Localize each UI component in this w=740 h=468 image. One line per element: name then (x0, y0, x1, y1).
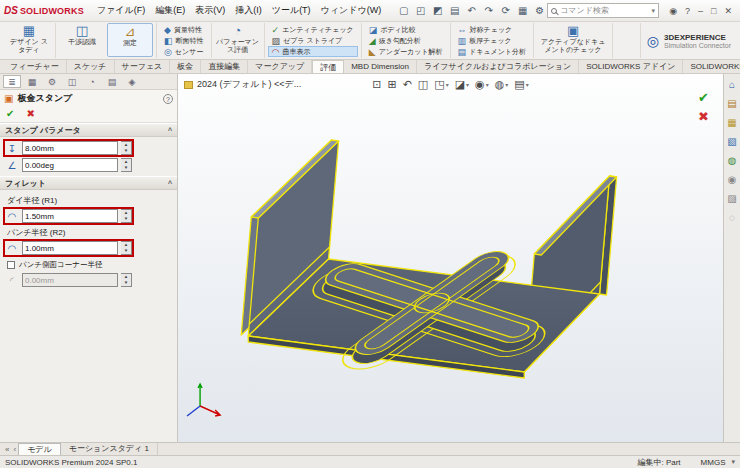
punch-radius-input[interactable] (22, 241, 118, 255)
menu-item[interactable]: 表示(V) (190, 1, 230, 20)
tab-evaluate[interactable]: 評価 (312, 60, 344, 73)
angle-input[interactable] (22, 158, 118, 172)
depth-input[interactable] (22, 141, 118, 155)
symmetry-check[interactable]: ⇔対称チェック (454, 24, 531, 35)
performance-evaluation[interactable]: ◔パフォーマンス評価 (215, 23, 261, 55)
hide-show-icon[interactable]: ◉▾ (475, 78, 489, 91)
undo-icon[interactable]: ↶ (464, 3, 479, 19)
sensor[interactable]: ◎センサー (160, 46, 208, 57)
punch-side-corner-checkbox[interactable] (7, 261, 15, 269)
menu-item[interactable]: ファイル(F) (92, 1, 150, 20)
design-library-icon[interactable]: ▦ (727, 117, 736, 128)
motion-study-tab[interactable]: モーションスタディ 1 (61, 443, 158, 455)
active-document-check[interactable]: ▣アクティブなドキュメントのチェック (537, 23, 609, 55)
help-icon[interactable]: ? (163, 94, 173, 104)
design-study[interactable]: ▦デザイン スタディ (6, 23, 52, 55)
custom-properties-icon[interactable]: ▨ (727, 193, 736, 204)
section-properties[interactable]: ◧断面特性 (160, 35, 208, 46)
sign-in-icon[interactable]: ◉ (665, 3, 681, 19)
undercut-analysis[interactable]: ◣アンダーカット解析 (365, 46, 447, 57)
appearances-icon[interactable]: ◉ (728, 174, 737, 185)
view-settings-icon[interactable]: ▤▾ (514, 78, 528, 91)
pm-tab-more[interactable]: ◈ (123, 75, 141, 88)
pm-tab-features[interactable]: ≣ (3, 75, 21, 88)
options-icon[interactable]: ⚙ (532, 3, 547, 19)
stamp-parameters-header[interactable]: スタンプ パラメータ ^ (0, 123, 177, 137)
check-entity[interactable]: ✓エンティティチェック (268, 24, 358, 35)
curvature-display[interactable]: ◠曲率表示 (268, 46, 358, 57)
tab-sketch[interactable]: スケッチ (67, 60, 115, 73)
measure[interactable]: ⊿測定 (107, 23, 153, 57)
model-tab[interactable]: モデル (18, 443, 61, 455)
zoom-fit-icon[interactable]: ⊡ (372, 78, 381, 91)
tab-scroll-arrow[interactable]: « (3, 445, 11, 454)
new-document-icon[interactable]: ▢ (396, 3, 411, 19)
help-icon[interactable]: ? (681, 3, 694, 19)
print-icon[interactable]: ▤ (447, 3, 462, 19)
view-orientation-icon[interactable]: ◳▾ (434, 78, 448, 91)
accept-button[interactable]: ✔ (698, 90, 709, 105)
draft-analysis[interactable]: ◢抜き勾配分析 (365, 35, 447, 46)
chevron-down-icon[interactable]: ▾ (731, 458, 735, 466)
compare-bodies[interactable]: ◪ボディ比較 (365, 24, 447, 35)
tab-sheet-metal[interactable]: 板金 (170, 60, 201, 73)
pm-tab-cam[interactable]: ▤ (103, 75, 121, 88)
zoom-area-icon[interactable]: ⊞ (387, 78, 396, 91)
menu-item[interactable]: ウィンドウ(W) (316, 1, 387, 20)
pm-tab-properties[interactable]: ▦ (23, 75, 41, 88)
punch-radius-spinner[interactable]: ▲▼ (121, 241, 132, 255)
command-search[interactable]: コマンド検索 ▾ (547, 3, 659, 18)
menu-item[interactable]: ツール(T) (267, 1, 316, 20)
view-palette-icon[interactable]: ◍ (728, 155, 737, 166)
depth-spinner[interactable]: ▲▼ (121, 141, 132, 155)
tab-features[interactable]: フィーチャー (3, 60, 67, 73)
save-icon[interactable]: ◩ (430, 3, 445, 19)
reject-button[interactable]: ✖ (698, 109, 709, 124)
file-properties-icon[interactable]: ▦ (515, 3, 530, 19)
tab-markup[interactable]: マークアップ (248, 60, 312, 73)
tab-lifecycle-collaboration[interactable]: ライフサイクルおよびコラボレーション (417, 60, 579, 73)
display-style-icon[interactable]: ◪▾ (455, 78, 469, 91)
redo-icon[interactable]: ↷ (481, 3, 496, 19)
graphics-viewport[interactable]: 2024 (デフォルト) <<デ... ⊡ ⊞ ↶ ◫ ◳▾ ◪▾ ◉▾ ◍▾ … (178, 74, 723, 442)
viewport-canvas[interactable] (178, 74, 723, 442)
zebra-stripes[interactable]: ▨ゼブラ ストライプ (268, 35, 358, 46)
pm-tab-dimxpert[interactable]: ◫ (63, 75, 81, 88)
edit-appearance-icon[interactable]: ◍▾ (495, 78, 509, 91)
menu-item[interactable]: 編集(E) (150, 1, 190, 20)
chevron-down-icon[interactable]: ▾ (652, 7, 656, 15)
die-radius-spinner[interactable]: ▲▼ (121, 209, 132, 223)
previous-view-icon[interactable]: ↶ (403, 78, 412, 91)
minimize-icon[interactable]: – (694, 3, 707, 19)
die-radius-input[interactable] (22, 209, 118, 223)
resources-icon[interactable]: ▤ (727, 98, 736, 109)
breadcrumb[interactable]: 2024 (デフォルト) <<デ... (184, 78, 301, 91)
angle-spinner[interactable]: ▲▼ (121, 158, 132, 172)
tab-solidworks-cam[interactable]: SOLIDWORKS CAM (683, 60, 740, 73)
home-icon[interactable]: ⌂ (729, 79, 735, 90)
open-icon[interactable]: ◰ (413, 3, 428, 19)
file-explorer-icon[interactable]: ▧ (727, 136, 736, 147)
tab-solidworks-addins[interactable]: SOLIDWORKS アドイン (579, 60, 683, 73)
units-selector[interactable]: MMGS (701, 458, 726, 467)
thickness-analysis[interactable]: ▥板厚チェック (454, 35, 531, 46)
document-analysis[interactable]: ▤ドキュメント分析 (454, 46, 531, 57)
close-icon[interactable]: ✕ (720, 3, 736, 19)
restore-icon[interactable]: □ (707, 3, 720, 19)
3dexperience-connector[interactable]: ◎ 3DEXPERIENCE Simulation Connector (640, 23, 737, 58)
pm-tab-configurations[interactable]: ⚙ (43, 75, 61, 88)
mass-properties[interactable]: ◆質量特性 (160, 24, 208, 35)
pm-tab-display-manager[interactable]: ◔ (83, 75, 101, 88)
tab-mbd-dimension[interactable]: MBD Dimension (344, 60, 417, 73)
ok-button[interactable]: ✔ (6, 108, 14, 119)
tab-scroll-arrow[interactable]: ‹ (11, 445, 18, 454)
rebuild-icon[interactable]: ⟳ (498, 3, 513, 19)
menu-item[interactable]: 挿入(I) (230, 1, 267, 20)
forum-icon[interactable]: ◌ (729, 212, 735, 223)
tab-surfaces[interactable]: サーフェス (115, 60, 171, 73)
interference-detection[interactable]: ◫干渉認識 (59, 23, 105, 55)
cancel-button[interactable]: ✖ (26, 108, 34, 119)
fillet-header[interactable]: フィレット ^ (0, 176, 177, 190)
section-view-icon[interactable]: ◫ (418, 78, 428, 91)
tab-direct-editing[interactable]: 直接編集 (201, 60, 248, 73)
